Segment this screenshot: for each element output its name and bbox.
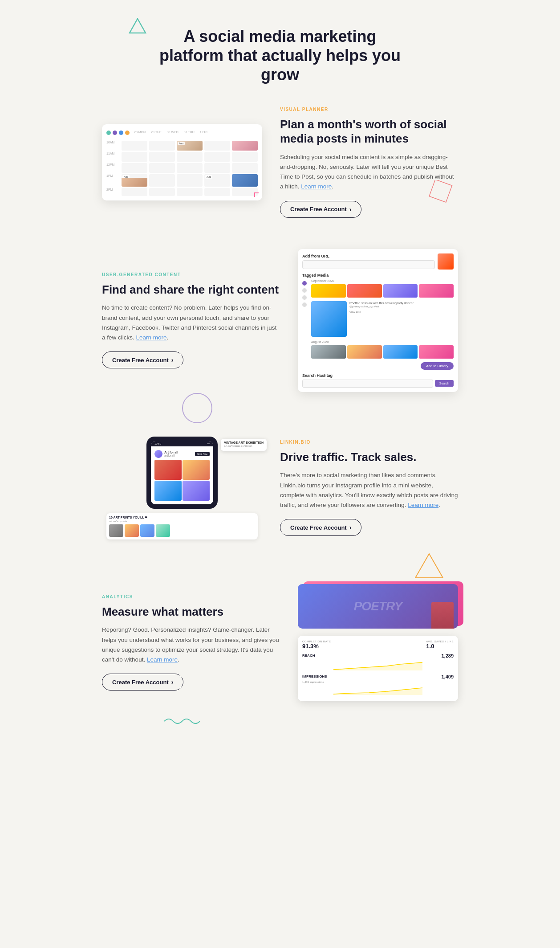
ugc-media-6 xyxy=(347,345,382,359)
planner-cell-empty-1 xyxy=(122,141,147,151)
reach-chart-svg xyxy=(302,660,454,670)
linkin-status-bar: 10:53 ▪▪▪ xyxy=(151,441,213,446)
ugc-sidebar-icon-4 xyxy=(302,302,307,307)
linkin-time: 10:53 xyxy=(154,442,161,445)
dot-3 xyxy=(119,131,123,135)
linkin-content: LINKIN.BIO Drive traffic. Track sales. T… xyxy=(280,440,458,536)
hero-title: A social media marketing platform that a… xyxy=(155,27,405,85)
analytics-hand-deco xyxy=(431,602,454,629)
ugc-august-header: August 2020 xyxy=(311,340,454,343)
ugc-image: Add from URL Tagged Media xyxy=(298,249,458,392)
linkin-brand-handle: artforall xyxy=(164,454,174,457)
analytics-learn-more[interactable]: Learn more xyxy=(147,656,178,663)
planner-cell-img-2 xyxy=(232,141,258,151)
ugc-media-3 xyxy=(383,284,418,298)
ugc-search-btn[interactable]: Search xyxy=(435,380,454,387)
ugc-url-input[interactable] xyxy=(302,260,435,269)
analytics-poetry-text: POETRY xyxy=(354,599,402,613)
planner-day-2: 29 TUE xyxy=(151,131,162,135)
circle-deco xyxy=(182,393,212,423)
analytics-avg-saves-value: 1.0 xyxy=(426,643,454,650)
linkin-shop-btn[interactable]: Shop Now xyxy=(195,452,210,456)
planner-cell-empty-4 xyxy=(122,152,147,162)
linkin-art-img-4 xyxy=(156,524,170,537)
planner-cell-empty-7 xyxy=(204,152,230,162)
analytics-completion-rate: COMPLETION RATE 91.3% xyxy=(302,640,331,650)
ugc-cta-label: Create Free Account xyxy=(112,357,169,364)
linkin-vintage-card: VINTAGE ART EXHIBITION art.co/vintage-ex… xyxy=(221,439,267,451)
wave-deco xyxy=(164,715,200,728)
planner-row-10am: 10AM Auto xyxy=(106,141,258,151)
planner-day-1: 28 MON xyxy=(134,131,146,135)
planner-day-4: 31 THU xyxy=(184,131,195,135)
visual-planner-cta[interactable]: Create Free Account › xyxy=(280,201,361,218)
linkin-learn-more[interactable]: Learn more xyxy=(408,502,438,508)
ugc-learn-more[interactable]: Learn more xyxy=(136,334,167,341)
visual-planner-cta-arrow: › xyxy=(349,206,352,213)
ugc-sidebar xyxy=(302,279,308,370)
linkin-cta-label: Create Free Account xyxy=(290,524,347,531)
ugc-mockup: Add from URL Tagged Media xyxy=(298,249,458,392)
analytics-cta[interactable]: Create Free Account › xyxy=(102,674,183,691)
ugc-media-2 xyxy=(347,284,382,298)
ugc-media-grid-sep xyxy=(311,284,454,298)
feature-section-linkin: 10:53 ▪▪▪ Art for allartforall Shop Now xyxy=(102,437,458,539)
linkin-image: 10:53 ▪▪▪ Art for allartforall Shop Now xyxy=(102,437,262,539)
ugc-media-1 xyxy=(311,284,346,298)
impressions-chart-svg xyxy=(302,684,454,695)
ugc-media-4 xyxy=(419,284,454,298)
ugc-search-input[interactable] xyxy=(302,380,433,388)
planner-cell-empty-14 xyxy=(149,174,175,187)
ugc-tagged-media-label: Tagged Media xyxy=(302,273,454,278)
analytics-impressions-label: IMPRESSIONS xyxy=(302,674,327,678)
visual-planner-learn-more[interactable]: Learn more xyxy=(301,183,332,190)
linkin-brand-name: Art for allartforall xyxy=(164,451,178,457)
analytics-cta-label: Create Free Account xyxy=(112,679,169,686)
linkin-art-prints-card: 10 ART PRINTS YOU'LL ❤ art.co/art-prints xyxy=(106,513,258,539)
planner-cell-empty-8 xyxy=(232,152,258,162)
analytics-impressions-section: IMPRESSIONS 1,409 1,409 impressions xyxy=(302,674,454,697)
ugc-main-area: September 2020 Rooftop session with this… xyxy=(302,279,454,370)
linkin-heading: Drive traffic. Track sales. xyxy=(280,450,458,465)
planner-cell-empty-19 xyxy=(204,188,230,196)
svg-marker-2 xyxy=(415,554,443,578)
analytics-cta-arrow: › xyxy=(171,678,174,686)
dot-4 xyxy=(125,131,130,135)
linkin-cta[interactable]: Create Free Account › xyxy=(280,519,361,536)
linkin-brand-info: Art for allartforall xyxy=(164,451,178,457)
planner-row-12pm: 12PM xyxy=(106,163,258,173)
ugc-cta[interactable]: Create Free Account › xyxy=(102,351,183,368)
analytics-panel: COMPLETION RATE 91.3% AVG. SAVES / LIKE … xyxy=(298,636,458,701)
linkin-art-img-3 xyxy=(140,524,154,537)
analytics-top-metrics: COMPLETION RATE 91.3% AVG. SAVES / LIKE … xyxy=(302,640,454,650)
ugc-add-to-library-btn[interactable]: Add to Library xyxy=(421,362,454,370)
planner-header: 28 MON 29 TUE 30 WED 31 THU 1 FRI xyxy=(106,129,258,137)
planner-cell-empty-16 xyxy=(122,188,147,196)
ugc-url-section: Add from URL xyxy=(302,254,435,269)
planner-cell-empty-17 xyxy=(149,188,175,196)
ugc-media-7 xyxy=(383,345,418,359)
analytics-avg-saves-label: AVG. SAVES / LIKE xyxy=(426,640,454,643)
planner-time-11am: 11AM xyxy=(106,152,120,162)
analytics-poetry-front-card: POETRY xyxy=(298,584,458,629)
ugc-heading: Find and share the right content xyxy=(102,282,280,297)
linkin-img-1 xyxy=(154,460,182,480)
feature-section-ugc: Add from URL Tagged Media xyxy=(102,249,458,392)
analytics-poetry-stack: POETRY xyxy=(298,584,458,629)
linkin-tag: LINKIN.BIO xyxy=(280,440,458,445)
analytics-impressions-header: IMPRESSIONS 1,409 xyxy=(302,674,454,679)
dot-1 xyxy=(106,131,111,135)
planner-row-1pm: 1PM Auto Auto xyxy=(106,174,258,187)
linkin-signal: ▪▪▪ xyxy=(207,442,210,445)
planner-time-2pm: 2PM xyxy=(106,188,120,196)
planner-cell-empty-10 xyxy=(149,163,175,173)
feature-section-analytics: POETRY COMPLETION RATE 91.3% AVG. SAVES … xyxy=(102,584,458,701)
page-wrapper: A social media marketing platform that a… xyxy=(93,0,467,755)
visual-planner-image: 28 MON 29 TUE 30 WED 31 THU 1 FRI 10AM A… xyxy=(102,124,262,200)
analytics-completion-label: COMPLETION RATE xyxy=(302,640,331,643)
analytics-body: Reporting? Good. Personalized insights? … xyxy=(102,625,280,665)
ugc-sidebar-icon-3 xyxy=(302,295,307,300)
linkin-avatar xyxy=(154,450,162,458)
diamond-deco-1 xyxy=(429,180,454,204)
linkin-art-prints-title: 10 ART PRINTS YOU'LL ❤ xyxy=(109,516,255,519)
